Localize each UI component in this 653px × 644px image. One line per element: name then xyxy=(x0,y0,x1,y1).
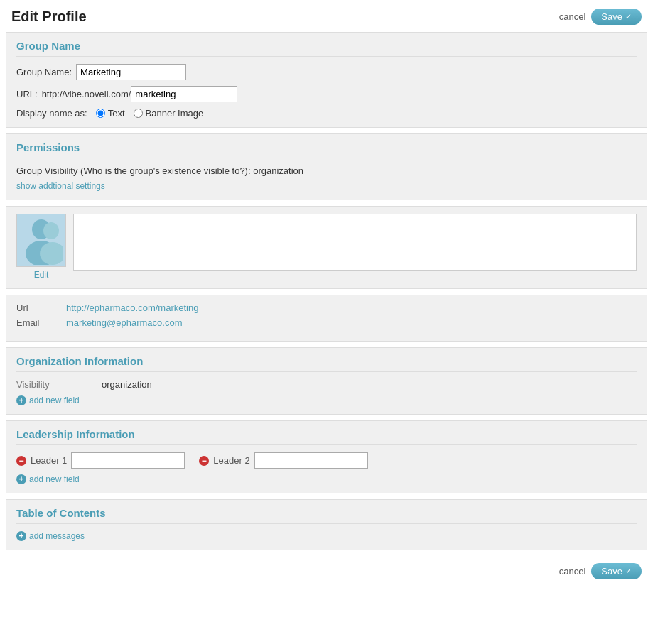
text-radio-option[interactable]: Text xyxy=(96,108,125,119)
email-info-label: Email xyxy=(16,317,66,328)
contact-info-section: Url http://epharmaco.com/marketing Email… xyxy=(6,295,647,342)
group-name-row: Group Name: xyxy=(16,64,637,80)
leader2-remove-icon[interactable]: − xyxy=(199,456,209,466)
display-name-radio-group: Text Banner Image xyxy=(96,108,204,119)
leader1-field: − Leader 1 xyxy=(16,452,185,469)
org-visibility-row: Visibility organization xyxy=(16,379,637,390)
email-info-row: Email marketing@epharmaco.com xyxy=(16,317,637,328)
url-info-value: http://epharmaco.com/marketing xyxy=(66,302,198,313)
url-info-label: Url xyxy=(16,302,66,313)
toc-section-title: Table of Contents xyxy=(16,507,637,524)
leader1-remove-icon[interactable]: − xyxy=(16,456,26,466)
header-save-button[interactable]: Save xyxy=(591,9,642,25)
page-header: Edit Profile cancel Save xyxy=(0,0,653,32)
url-label: URL: xyxy=(16,89,38,99)
display-name-label: Display name as: xyxy=(16,108,87,119)
toc-add-messages-link[interactable]: add messages xyxy=(29,531,85,541)
org-add-icon[interactable]: + xyxy=(16,395,26,405)
header-cancel-link[interactable]: cancel xyxy=(559,11,586,22)
group-name-label: Group Name: xyxy=(16,67,72,77)
leader1-label: Leader 1 xyxy=(31,455,67,466)
leader2-input[interactable] xyxy=(254,452,368,469)
org-visibility-label: Visibility xyxy=(16,379,102,390)
image-container: Edit xyxy=(16,214,637,280)
leader1-input[interactable] xyxy=(71,452,185,469)
permissions-section-title: Permissions xyxy=(16,141,637,158)
leadership-section-title: Leadership Information xyxy=(16,428,637,445)
footer-save-button[interactable]: Save xyxy=(591,563,642,579)
leader2-field: − Leader 2 xyxy=(199,452,367,469)
page-footer: cancel Save xyxy=(0,556,653,586)
org-add-field-row: + add new field xyxy=(16,395,637,405)
leader2-label: Leader 2 xyxy=(213,455,249,466)
url-input[interactable] xyxy=(131,86,237,102)
url-info-row: Url http://epharmaco.com/marketing xyxy=(16,302,637,313)
org-section-title: Organization Information xyxy=(16,355,637,372)
avatar-svg xyxy=(20,217,63,265)
toc-add-messages-row: + add messages xyxy=(16,531,637,541)
leadership-add-field-link[interactable]: add new field xyxy=(29,474,80,484)
banner-radio-label: Banner Image xyxy=(146,108,204,119)
leadership-section: Leadership Information − Leader 1 − Lead… xyxy=(6,420,647,493)
org-info-section: Organization Information Visibility orga… xyxy=(6,347,647,415)
banner-image-area xyxy=(73,214,637,271)
avatar-image xyxy=(16,214,66,267)
svg-point-2 xyxy=(43,222,59,239)
org-visibility-value: organization xyxy=(102,379,152,390)
leadership-add-icon[interactable]: + xyxy=(16,474,26,484)
banner-radio-input[interactable] xyxy=(134,109,143,118)
text-radio-label: Text xyxy=(108,108,125,119)
avatar-edit-link[interactable]: Edit xyxy=(34,270,49,280)
group-name-input[interactable] xyxy=(76,64,186,80)
display-name-row: Display name as: Text Banner Image xyxy=(16,108,637,119)
url-prefix: http://vibe.novell.com/ xyxy=(42,89,131,99)
permissions-section: Permissions Group Visibility (Who is the… xyxy=(6,133,647,200)
group-name-section-title: Group Name xyxy=(16,40,637,57)
leadership-add-field-row: + add new field xyxy=(16,474,637,484)
header-actions: cancel Save xyxy=(559,9,642,25)
text-radio-input[interactable] xyxy=(96,109,105,118)
url-row: URL: http://vibe.novell.com/ xyxy=(16,86,637,102)
page-title: Edit Profile xyxy=(11,9,87,25)
banner-radio-option[interactable]: Banner Image xyxy=(134,108,204,119)
visibility-text: Group Visibility (Who is the group's exi… xyxy=(16,165,637,176)
show-additional-settings-link[interactable]: show addtional settings xyxy=(16,181,105,191)
email-info-value: marketing@epharmaco.com xyxy=(66,317,182,328)
footer-cancel-link[interactable]: cancel xyxy=(559,566,586,577)
toc-add-icon[interactable]: + xyxy=(16,531,26,541)
leadership-fields: − Leader 1 − Leader 2 xyxy=(16,452,637,469)
toc-section: Table of Contents + add messages xyxy=(6,499,647,550)
avatar-box: Edit xyxy=(16,214,66,280)
org-add-field-link[interactable]: add new field xyxy=(29,395,80,405)
group-name-section: Group Name Group Name: URL: http://vibe.… xyxy=(6,32,647,128)
profile-image-section: Edit xyxy=(6,206,647,289)
